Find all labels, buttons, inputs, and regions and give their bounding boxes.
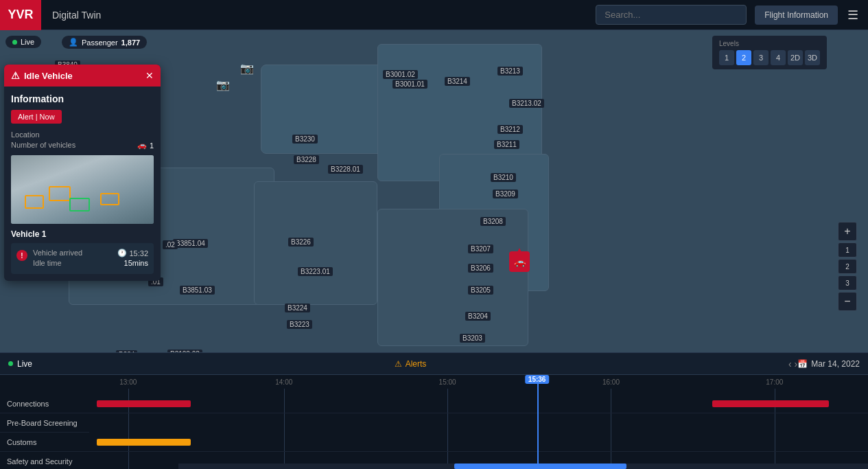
label-customs: Customs: [0, 433, 89, 452]
map-label: B3208: [480, 217, 506, 226]
map-label: B3001.02: [383, 70, 418, 79]
idle-label: Idle time: [33, 259, 62, 267]
calendar-icon: 📅: [797, 359, 808, 369]
live-label: Live: [21, 38, 34, 46]
idle-vehicle-header: ⚠ Idle Vehicle ✕: [4, 65, 161, 87]
vehicle-detail: Vehicle arrived 🕐 15:32 Idle time 15mins: [11, 243, 154, 274]
label-preboard: Pre-Board Screening: [0, 413, 89, 433]
zoom-in-button[interactable]: +: [838, 222, 857, 241]
connections-row: [89, 394, 868, 413]
idle-vehicle-panel: ⚠ Idle Vehicle ✕ Information Alert | Now…: [4, 65, 161, 281]
zoom-out-button[interactable]: −: [838, 292, 857, 311]
num-vehicles-val: 🚗 1: [137, 141, 154, 150]
timeline-date: 📅 Mar 14, 2022: [797, 359, 860, 369]
level-btn-1[interactable]: 1: [719, 50, 734, 65]
zoom-controls: + 1 2 3 −: [838, 222, 857, 311]
map-label: B3001.01: [392, 80, 427, 89]
car-icon: 🚗: [137, 141, 147, 150]
timeline-live-dot: [8, 361, 13, 366]
level-btn-2[interactable]: 2: [736, 50, 751, 65]
idle-close-button[interactable]: ✕: [145, 70, 154, 81]
timeline-prev-button[interactable]: ‹: [788, 358, 792, 369]
levels-title: Levels: [719, 40, 820, 47]
idle-vehicle-title: Idle Vehicle: [24, 71, 73, 81]
map-label: B3851.03: [180, 286, 215, 295]
timeline-header: Live ⚠ Alerts ‹ › 📅 Mar 14, 2022: [0, 353, 868, 375]
levels-buttons: 1 2 3 4 2D 3D: [719, 50, 820, 65]
idle-time-val: 15mins: [124, 259, 148, 267]
timeline-scrollbar[interactable]: [178, 464, 868, 469]
live-dot: [12, 40, 17, 45]
alerts-label: ⚠ Alerts: [395, 359, 427, 369]
location-row: Location: [11, 130, 154, 139]
idle-vehicle-body: Information Alert | Now Location Number …: [4, 87, 161, 281]
camera-icon[interactable]: 📷: [216, 78, 230, 91]
menu-button[interactable]: ☰: [843, 3, 863, 27]
arrived-label: Vehicle arrived: [33, 249, 82, 258]
num-vehicles-label: Number of vehicles: [11, 141, 75, 150]
conn-bar-1: [97, 400, 190, 407]
passenger-badge: 👤 Passenger 1,877: [62, 36, 147, 49]
map-label: B3228: [294, 155, 319, 164]
time-1300: 13:00: [119, 378, 137, 386]
map-label: B3204: [465, 312, 491, 321]
timeline-live: Live: [8, 359, 32, 369]
label-safety: Safety and Security: [0, 452, 89, 469]
arrived-time: 🕐 15:32: [117, 249, 148, 258]
timeline-area: Live ⚠ Alerts ‹ › 📅 Mar 14, 2022 Connect…: [0, 352, 868, 469]
search-input[interactable]: [605, 10, 738, 20]
location-label: Location: [11, 130, 40, 139]
vehicle-box-1: [49, 186, 71, 201]
idle-row: Idle time 15mins: [33, 259, 148, 267]
map-label: B3210: [491, 173, 516, 182]
vehicle-marker[interactable]: 🚗: [509, 251, 530, 272]
num-vehicles-row: Number of vehicles 🚗 1: [11, 141, 154, 150]
map-label: B3851.04: [173, 239, 208, 248]
level-btn-3d[interactable]: 3D: [805, 50, 820, 65]
vehicle-label: Vehicle 1: [11, 229, 154, 239]
conn-bar-2: [712, 400, 829, 407]
level-btn-3[interactable]: 3: [753, 50, 769, 65]
current-time-badge: 15:36: [525, 375, 550, 384]
live-badge: Live: [5, 36, 41, 48]
vehicle-box-2: [25, 195, 44, 209]
vehicle-status-dot: [16, 250, 27, 261]
camera-thumbnail: [11, 155, 154, 224]
time-1600: 16:00: [602, 378, 620, 386]
flight-info-button[interactable]: Flight Information: [755, 5, 838, 25]
vehicle-box-4: [100, 193, 119, 205]
info-section-title: Information: [11, 93, 154, 104]
camera-icon[interactable]: 📷: [240, 62, 254, 75]
map-label: B3211: [494, 140, 519, 149]
map-label: .02: [163, 240, 178, 249]
search-container: [596, 5, 747, 25]
vehicle-box-3: [69, 198, 90, 211]
passenger-icon: 👤: [69, 38, 78, 47]
map-label: B3224: [285, 304, 310, 312]
zoom-level-1: 1: [838, 242, 857, 258]
thumbnail-image: [11, 155, 154, 224]
map-label: B3206: [468, 264, 493, 273]
preboard-row: [89, 433, 868, 452]
map-label: B3226: [288, 238, 314, 247]
header: YVR Digital Twin Flight Information ☰: [0, 0, 868, 30]
map-label: B3223.01: [298, 267, 333, 276]
preboard-bar-1: [97, 439, 190, 446]
timeline-labels: Connections Pre-Board Screening Customs …: [0, 375, 89, 469]
scrollbar-thumb[interactable]: [454, 464, 626, 469]
map-label: B3209: [493, 190, 518, 198]
idle-header-left: ⚠ Idle Vehicle: [11, 70, 73, 81]
alert-icon: ⚠: [395, 359, 402, 369]
level-btn-2d[interactable]: 2D: [788, 50, 803, 65]
label-connections: Connections: [0, 394, 89, 413]
current-time-line: [537, 375, 539, 469]
time-1700: 17:00: [766, 378, 783, 386]
level-btn-4[interactable]: 4: [771, 50, 786, 65]
map-label: B3205: [468, 286, 493, 295]
timeline-time-row: 13:00 14:00 15:00 16:00 17:00: [89, 375, 868, 389]
zoom-level-3: 3: [838, 275, 857, 290]
logo: YVR: [0, 0, 41, 30]
map-label: B3212: [497, 125, 523, 134]
passenger-count: 1,877: [121, 38, 141, 47]
alert-now-button[interactable]: Alert | Now: [11, 110, 62, 124]
